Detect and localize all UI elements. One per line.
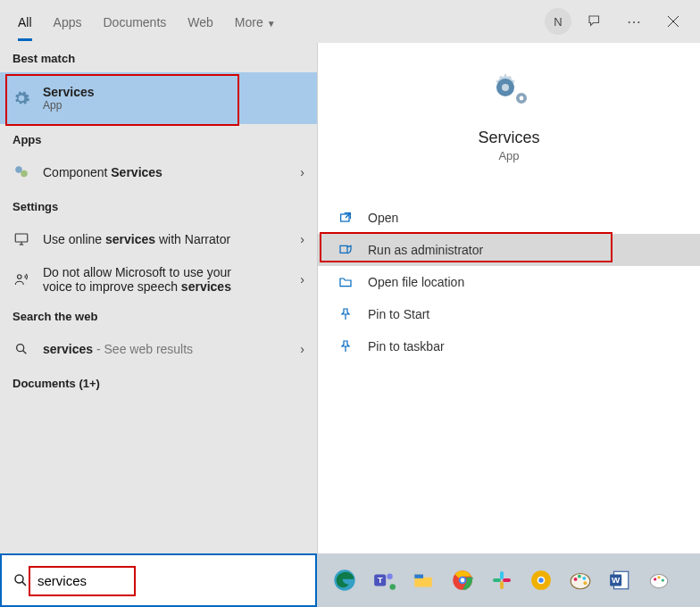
section-best-match: Best match [0, 43, 317, 72]
tab-all[interactable]: All [18, 3, 32, 41]
open-icon [338, 210, 354, 226]
svg-point-15 [15, 575, 23, 583]
paint-app-icon[interactable] [642, 563, 676, 597]
section-apps: Apps [0, 124, 317, 154]
svg-text:T: T [378, 575, 383, 585]
feedback-icon[interactable] [579, 5, 611, 37]
svg-point-3 [21, 170, 28, 178]
best-match-subtitle: App [43, 99, 304, 112]
slack-icon[interactable] [485, 563, 519, 597]
action-open[interactable]: Open [318, 202, 700, 234]
avatar[interactable]: N [545, 8, 571, 35]
pin-icon [338, 306, 354, 322]
close-icon[interactable] [657, 5, 689, 37]
file-explorer-icon[interactable] [406, 563, 440, 597]
svg-point-21 [390, 584, 396, 590]
best-match-title: Services [43, 85, 95, 99]
chrome-icon[interactable] [446, 563, 479, 597]
person-voice-icon [12, 270, 30, 288]
svg-rect-29 [503, 578, 511, 582]
results-column: Best match Services App Apps Component S… [0, 43, 317, 553]
section-documents: Documents (1+) [0, 368, 317, 397]
result-speech-services[interactable]: Do not allow Microsoft to use your voice… [0, 258, 317, 301]
monitor-icon [12, 230, 30, 248]
search-icon [12, 340, 30, 358]
teams-icon[interactable]: T [367, 563, 401, 597]
svg-point-25 [461, 578, 465, 583]
tab-documents[interactable]: Documents [103, 3, 166, 41]
svg-rect-4 [15, 234, 28, 242]
preview-subtitle: App [498, 149, 519, 162]
chrome-canary-icon[interactable] [524, 563, 558, 597]
svg-point-34 [574, 578, 578, 581]
chevron-right-icon: › [300, 165, 304, 179]
gear-icon [488, 70, 530, 112]
svg-rect-12 [340, 245, 347, 253]
gear-icon [12, 89, 30, 107]
result-best-services[interactable]: Services App [0, 72, 317, 124]
pin-icon [338, 338, 354, 354]
svg-point-42 [654, 578, 656, 580]
tabs-row: All Apps Documents Web More▼ N ⋯ [0, 0, 700, 43]
svg-point-44 [662, 578, 664, 581]
action-run-admin[interactable]: Run as administrator [318, 234, 700, 266]
chevron-down-icon: ▼ [267, 19, 276, 29]
search-icon [11, 572, 30, 588]
paint-icon[interactable] [563, 563, 597, 597]
svg-point-8 [17, 345, 24, 352]
result-narrator-services[interactable]: Use online services with Narrator › [0, 220, 317, 258]
tab-web[interactable]: Web [188, 3, 213, 41]
chevron-right-icon: › [300, 272, 304, 287]
folder-icon [338, 274, 354, 290]
svg-point-43 [657, 576, 660, 578]
svg-point-2 [15, 166, 22, 173]
edge-icon[interactable] [328, 563, 362, 597]
search-panel: All Apps Documents Web More▼ N ⋯ Best ma… [0, 0, 700, 553]
action-open-location[interactable]: Open file location [318, 266, 700, 298]
svg-rect-28 [500, 581, 504, 589]
svg-point-37 [583, 581, 587, 585]
preview-column: Services App Open Run as administrator [317, 43, 700, 553]
preview-actions: Open Run as administrator Open file loca… [318, 202, 700, 362]
section-search-web: Search the web [0, 301, 317, 330]
svg-point-35 [578, 575, 581, 578]
tab-apps[interactable]: Apps [54, 3, 82, 41]
component-services-icon [12, 163, 30, 181]
svg-rect-27 [493, 578, 501, 582]
shield-icon [338, 242, 354, 258]
search-input[interactable] [30, 573, 306, 588]
svg-point-20 [387, 573, 393, 579]
svg-line-9 [23, 351, 27, 354]
chevron-right-icon: › [300, 342, 304, 356]
preview-title: Services [478, 129, 539, 147]
section-settings: Settings [0, 191, 317, 220]
svg-text:W: W [612, 575, 621, 585]
svg-rect-26 [500, 571, 504, 579]
svg-rect-22 [414, 575, 423, 578]
action-pin-start[interactable]: Pin to Start [318, 298, 700, 330]
chevron-right-icon: › [300, 232, 304, 246]
result-component-services[interactable]: Component Services › [0, 154, 317, 191]
action-pin-taskbar[interactable]: Pin to taskbar [318, 330, 700, 362]
tab-more[interactable]: More▼ [235, 3, 276, 41]
word-icon[interactable]: W [603, 563, 637, 597]
search-box[interactable] [0, 553, 317, 607]
svg-line-16 [22, 582, 26, 586]
result-web-services[interactable]: services - See web results › [0, 330, 317, 368]
svg-point-32 [538, 578, 543, 582]
svg-point-7 [18, 275, 22, 279]
taskbar: T W [317, 553, 700, 607]
svg-point-36 [582, 577, 586, 580]
more-icon[interactable]: ⋯ [618, 5, 650, 37]
